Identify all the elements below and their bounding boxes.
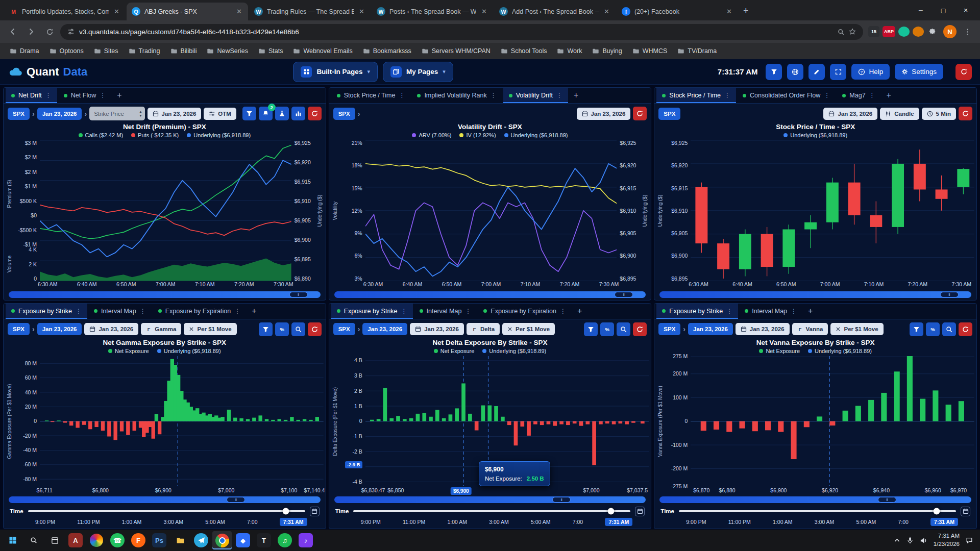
bookmark-folder[interactable]: Bookmarksss	[358, 45, 416, 57]
gamma-button[interactable]: ΓGamma	[141, 323, 181, 335]
legend-item[interactable]: IV (12.92%)	[459, 132, 496, 138]
time-slider-track[interactable]	[28, 510, 305, 512]
taskbar-app-firefox[interactable]: F	[129, 531, 148, 549]
taskbar-app-spotify[interactable]: ♫	[275, 531, 295, 549]
funnel-button[interactable]	[242, 107, 256, 120]
chart-scrollbar[interactable]: ‖	[659, 496, 971, 503]
built-in-pages-button[interactable]: Built-In Pages ▾	[293, 62, 378, 82]
panel-tab[interactable]: Implied Volatility Rank⋮	[411, 88, 502, 103]
panel-tab[interactable]: Exposure by Strike⋮	[656, 304, 738, 319]
tab-menu-icon[interactable]: ⋮	[491, 92, 497, 99]
legend-item[interactable]: Calls ($2.42 M)	[79, 132, 124, 138]
scrollbar-handle[interactable]: ‖	[615, 292, 633, 297]
browser-tab[interactable]: MPortfolio Updates, Stocks, Comm✕	[4, 3, 126, 20]
jan-23-2026-button[interactable]: Jan 23, 2026	[688, 323, 733, 335]
chart-scrollbar[interactable]: ‖	[659, 291, 971, 298]
tab-menu-icon[interactable]: ⋮	[399, 92, 405, 99]
refresh-button[interactable]	[633, 107, 647, 120]
time-slider-track[interactable]	[353, 510, 630, 512]
jan-23-2026-button[interactable]: Jan 23, 2026	[410, 323, 464, 335]
chart-plot[interactable]: $6,900Net Exposure:2.50 B	[365, 356, 649, 486]
jan-23-2026-button[interactable]: Jan 23, 2026	[37, 323, 82, 335]
refresh-button[interactable]	[959, 107, 972, 120]
legend-item[interactable]: ARV (7.00%)	[412, 132, 451, 138]
panel-tab[interactable]: Exposure by Strike⋮	[6, 304, 87, 319]
volume-icon[interactable]	[920, 537, 927, 544]
start-button[interactable]	[3, 531, 22, 549]
tab-close-icon[interactable]: ✕	[725, 8, 733, 15]
legend-item[interactable]: Net Exposure	[434, 348, 475, 354]
scrollbar-handle[interactable]: ‖	[552, 497, 571, 503]
legend-item[interactable]: Underlying ($6,918.89)	[808, 348, 872, 354]
panel-tab[interactable]: Exposure by Expiration⋮	[478, 304, 572, 319]
close-button[interactable]: ✕	[955, 4, 976, 17]
taskbar-clock[interactable]: 7:31 AM 1/23/2026	[934, 532, 960, 548]
zoom-button[interactable]	[942, 322, 956, 336]
bookmark-folder[interactable]: School Tools	[496, 45, 552, 57]
help-button[interactable]: ?Help	[851, 64, 890, 80]
tab-menu-icon[interactable]: ⋮	[824, 92, 830, 99]
menu-icon[interactable]	[960, 24, 975, 39]
refresh-all-button[interactable]	[955, 64, 972, 80]
beaker-button[interactable]	[275, 107, 289, 120]
tab-close-icon[interactable]: ✕	[603, 8, 610, 15]
chart-scrollbar[interactable]: ‖	[334, 496, 646, 503]
delta-button[interactable]: ΓDelta	[467, 323, 500, 335]
address-bar[interactable]: v3.quantdata.us/page/custom/d74ba5f4-ef6…	[60, 24, 863, 40]
jan-23-2026-button[interactable]: Jan 23, 2026	[84, 323, 138, 335]
panel-tab[interactable]: Exposure by Expiration⋮	[153, 304, 247, 319]
chart-plot[interactable]	[365, 140, 617, 281]
tab-menu-icon[interactable]: ⋮	[401, 308, 407, 315]
tab-menu-icon[interactable]: ⋮	[100, 92, 106, 99]
funnel-button[interactable]	[910, 322, 923, 336]
legend-item[interactable]: Puts (-$42.35 K)	[131, 132, 179, 138]
taskbar-app-blue-app[interactable]: ◆	[233, 531, 253, 549]
browser-tab[interactable]: WTrading Rules — The Spread Boo✕	[249, 3, 371, 20]
panel-tab[interactable]: Stock Price / Time⋮	[331, 88, 411, 103]
refresh-button[interactable]	[308, 107, 322, 120]
reload-button[interactable]	[42, 24, 57, 39]
percent-button[interactable]: %	[926, 322, 940, 336]
extension-icon[interactable]: ABP	[883, 26, 895, 37]
per-1-move-button[interactable]: Per $1 Move	[184, 323, 236, 335]
chart-scrollbar[interactable]: ‖	[9, 291, 321, 298]
otm-button[interactable]: OTM	[204, 108, 236, 120]
scrollbar-handle[interactable]: ‖	[940, 292, 959, 297]
tab-menu-icon[interactable]: ⋮	[140, 308, 146, 315]
spx-button[interactable]: SPX	[333, 323, 355, 335]
browser-tab[interactable]: f(20+) Facebook✕	[617, 3, 738, 20]
time-step-button[interactable]	[961, 507, 970, 516]
taskbar-app-typora[interactable]: T	[254, 531, 274, 549]
taskbar-app-file-explorer[interactable]	[170, 531, 190, 549]
minimize-button[interactable]: ─	[911, 4, 931, 17]
jan-23-2026-button[interactable]: Jan 23, 2026	[148, 108, 202, 120]
spinner-icon[interactable]: ▲▼	[139, 110, 142, 117]
tab-menu-icon[interactable]: ⋮	[556, 92, 562, 99]
bookmark-folder[interactable]: Sites	[89, 45, 123, 57]
add-panel-tab-button[interactable]: +	[803, 307, 817, 316]
add-panel-tab-button[interactable]: +	[882, 91, 896, 100]
refresh-button[interactable]	[959, 322, 972, 336]
mic-icon[interactable]	[906, 537, 914, 544]
zoom-button[interactable]	[291, 322, 305, 336]
taskbar-app-paint[interactable]	[87, 531, 106, 549]
time-step-button[interactable]	[635, 507, 645, 516]
new-tab-button[interactable]: +	[738, 6, 754, 20]
tab-close-icon[interactable]: ✕	[480, 8, 488, 15]
tab-menu-icon[interactable]: ⋮	[724, 92, 730, 99]
panel-tab[interactable]: Interval Map⋮	[414, 304, 477, 319]
spx-button[interactable]: SPX	[8, 323, 30, 335]
strike-price-field[interactable]	[94, 111, 139, 117]
task-view-button[interactable]	[45, 531, 64, 549]
candle-button[interactable]: Candle	[880, 108, 919, 120]
fullscreen-button[interactable]	[830, 64, 846, 80]
funnel-button[interactable]	[584, 322, 598, 336]
edit-button[interactable]	[808, 64, 825, 80]
vanna-button[interactable]: ΓVanna	[792, 323, 828, 335]
panel-tab[interactable]: Volatility Drift⋮	[503, 88, 568, 103]
tab-close-icon[interactable]: ✕	[358, 8, 365, 15]
refresh-button[interactable]	[308, 322, 322, 336]
jan-23-2026-button[interactable]: Jan 23, 2026	[736, 323, 790, 335]
scrollbar-handle[interactable]: ‖	[289, 292, 308, 297]
refresh-button[interactable]	[633, 322, 647, 336]
